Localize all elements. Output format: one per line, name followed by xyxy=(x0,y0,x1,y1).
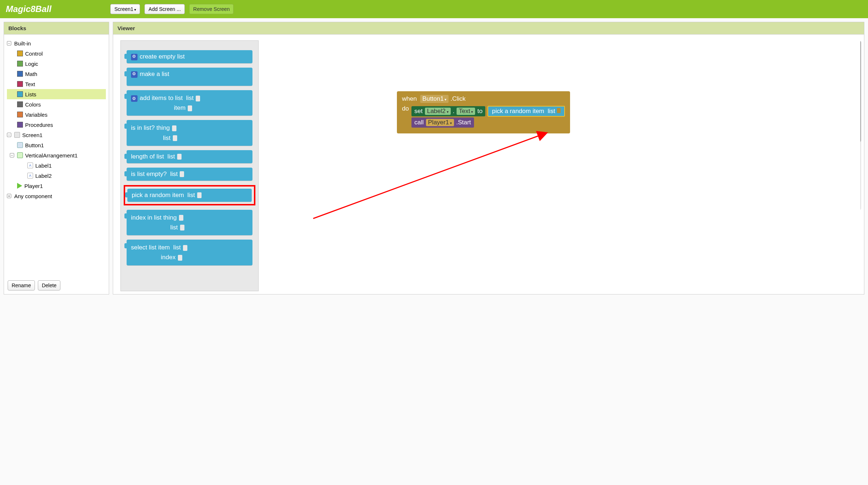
math-icon xyxy=(17,71,23,77)
arrangement-icon xyxy=(17,152,23,158)
block-is-list-empty[interactable]: is list empty? list xyxy=(127,168,252,181)
block-pick-random-item[interactable]: pick a random item list xyxy=(127,189,252,202)
delete-button[interactable]: Delete xyxy=(38,280,60,290)
tree-procedures[interactable]: Procedures xyxy=(7,120,106,130)
label-icon: A xyxy=(27,163,33,168)
annotation-arrow xyxy=(266,40,860,291)
collapse-icon[interactable]: − xyxy=(7,41,11,45)
when-button-click-block[interactable]: when Button1 .Click do set Label2. Text … xyxy=(397,91,570,133)
tree-label1[interactable]: ALabel1 xyxy=(7,160,106,171)
viewer-panel-header: Viewer xyxy=(113,22,864,35)
tree-vertical-arrangement[interactable]: −VerticalArrangement1 xyxy=(7,150,106,160)
tree-player1[interactable]: Player1 xyxy=(7,181,106,191)
block-create-empty-list[interactable]: create empty list xyxy=(127,50,252,63)
lists-icon xyxy=(17,91,23,97)
pick-random-item-block[interactable]: pick a random item list xyxy=(487,106,565,117)
tree-screen1[interactable]: −Screen1 xyxy=(7,130,106,140)
screen-selector[interactable]: Screen1 xyxy=(110,4,140,14)
variables-icon xyxy=(17,112,23,117)
blocks-tree: −Built-in Control Logic Math Text Lists … xyxy=(4,35,109,277)
remove-screen-button[interactable]: Remove Screen xyxy=(189,4,234,14)
block-is-in-list[interactable]: is in list? thinglist xyxy=(127,120,252,145)
block-palette: create empty list make a list add items … xyxy=(120,40,259,291)
screen-icon xyxy=(14,132,20,138)
play-icon xyxy=(17,183,22,189)
tree-lists[interactable]: Lists xyxy=(7,89,106,99)
gear-icon xyxy=(131,95,138,102)
block-select-list-item[interactable]: select list item listindex xyxy=(127,240,252,265)
colors-icon xyxy=(17,101,23,107)
tree-logic[interactable]: Logic xyxy=(7,59,106,69)
tree-any-component[interactable]: +Any component xyxy=(7,191,106,201)
logic-icon xyxy=(17,61,23,67)
svg-line-0 xyxy=(313,133,546,219)
blocks-panel-header: Blocks xyxy=(4,22,109,35)
do-label: do xyxy=(402,105,411,128)
blocks-panel: Blocks −Built-in Control Logic Math Text… xyxy=(4,22,109,294)
block-index-in-list[interactable]: index in list thinglist xyxy=(127,210,252,235)
tree-colors[interactable]: Colors xyxy=(7,99,106,109)
tree-builtin[interactable]: −Built-in xyxy=(7,38,106,48)
top-toolbar: Magic8Ball Screen1 Add Screen ... Remove… xyxy=(0,0,868,18)
block-make-a-list[interactable]: make a list xyxy=(127,68,252,86)
tree-button1[interactable]: Button1 xyxy=(7,140,106,150)
tree-label2[interactable]: ALabel2 xyxy=(7,171,106,181)
label-icon: A xyxy=(27,173,33,179)
procedures-icon xyxy=(17,122,23,128)
tree-variables[interactable]: Variables xyxy=(7,109,106,120)
blocks-canvas[interactable]: when Button1 .Click do set Label2. Text … xyxy=(266,40,860,291)
block-length-of-list[interactable]: length of list list xyxy=(127,150,252,163)
expand-icon[interactable]: + xyxy=(7,194,11,198)
component-dropdown[interactable]: Button1 xyxy=(420,95,449,103)
tree-control[interactable]: Control xyxy=(7,48,106,59)
block-add-items-to-list[interactable]: add items to list listitem xyxy=(127,90,252,116)
collapse-icon[interactable]: − xyxy=(7,133,11,137)
highlight-box: pick a random item list xyxy=(124,185,255,205)
rename-button[interactable]: Rename xyxy=(8,280,35,290)
collapse-icon[interactable]: − xyxy=(10,153,14,157)
gear-icon xyxy=(131,71,138,78)
text-icon xyxy=(17,81,23,87)
control-icon xyxy=(17,51,23,56)
tree-text[interactable]: Text xyxy=(7,79,106,89)
component-dropdown[interactable]: Player1 xyxy=(426,119,454,126)
viewer-panel: Viewer create empty list make a list add… xyxy=(113,22,864,294)
set-label-text-block[interactable]: set Label2. Text to xyxy=(411,106,485,116)
gear-icon xyxy=(131,54,138,60)
button-icon xyxy=(17,142,23,148)
call-player-start-block[interactable]: call Player1 .Start xyxy=(411,117,474,128)
property-dropdown[interactable]: Text xyxy=(457,108,475,115)
add-screen-button[interactable]: Add Screen ... xyxy=(144,4,185,14)
tree-math[interactable]: Math xyxy=(7,69,106,79)
page-title: Magic8Ball xyxy=(6,4,51,14)
component-dropdown[interactable]: Label2 xyxy=(425,108,451,115)
